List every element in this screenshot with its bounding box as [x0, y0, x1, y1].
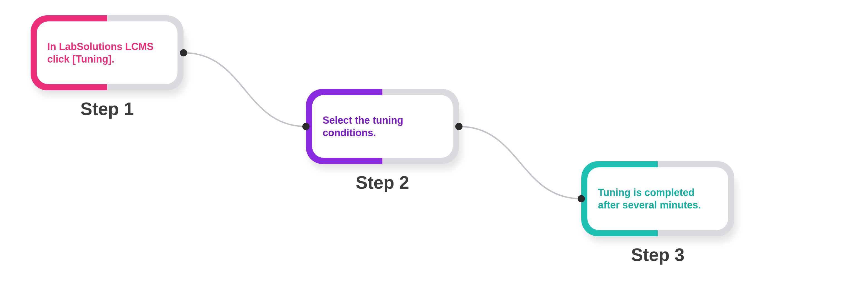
step-3: Tuning is completed after several minute… — [581, 161, 734, 265]
step-card: Select the tuning conditions. — [306, 89, 459, 164]
step-label: Step 2 — [356, 172, 409, 193]
step-label: Step 1 — [81, 99, 134, 119]
step-label: Step 3 — [631, 244, 684, 265]
card-text: Tuning is completed after several minute… — [598, 186, 717, 211]
connector-line — [184, 53, 306, 127]
step-card: In LabSolutions LCMS click [Tuning]. — [31, 15, 184, 90]
card-border: Select the tuning conditions. — [306, 89, 459, 164]
step-2: Select the tuning conditions.Step 2 — [306, 89, 459, 193]
connector-dot — [180, 49, 187, 57]
card-inner: In LabSolutions LCMS click [Tuning]. — [37, 22, 178, 84]
card-text: In LabSolutions LCMS click [Tuning]. — [47, 40, 167, 65]
step-card: Tuning is completed after several minute… — [581, 161, 734, 236]
connector-dot — [455, 123, 463, 130]
card-border: In LabSolutions LCMS click [Tuning]. — [31, 15, 184, 90]
card-inner: Tuning is completed after several minute… — [587, 167, 728, 230]
card-inner: Select the tuning conditions. — [312, 95, 453, 158]
step-1: In LabSolutions LCMS click [Tuning].Step… — [31, 15, 184, 119]
connector-dot — [578, 195, 585, 202]
card-text: Select the tuning conditions. — [322, 114, 442, 139]
connector-dot — [302, 123, 310, 130]
connector-line — [459, 127, 581, 199]
diagram-stage: In LabSolutions LCMS click [Tuning].Step… — [0, 0, 868, 301]
card-border: Tuning is completed after several minute… — [581, 161, 734, 236]
